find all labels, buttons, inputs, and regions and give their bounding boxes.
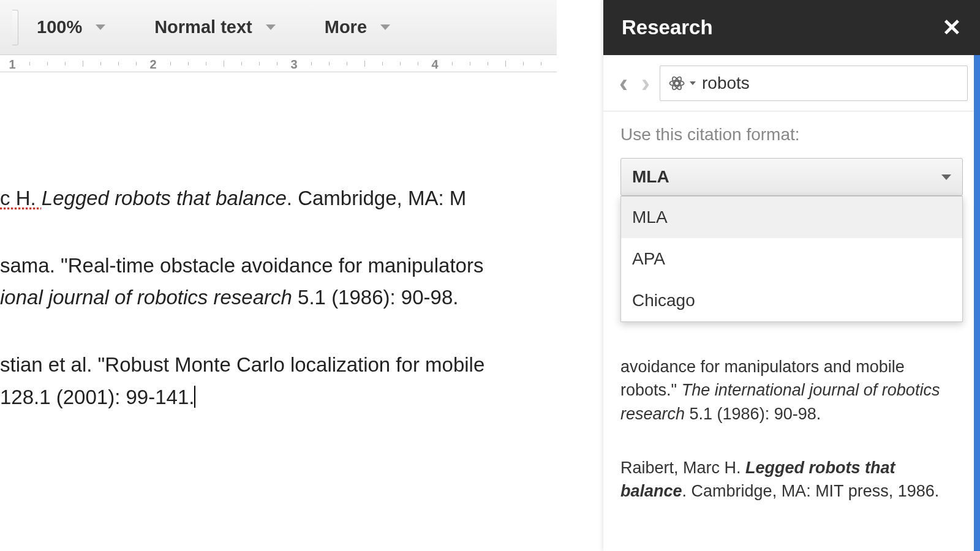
research-result[interactable]: Raibert, Marc H. Legged robots that bala… xyxy=(620,456,963,503)
result-suffix: . Cambridge, MA: MIT press, 1986. xyxy=(682,482,940,500)
scrollbar[interactable] xyxy=(974,55,980,551)
more-dropdown[interactable]: More xyxy=(325,17,390,37)
ruler-num: 3 xyxy=(290,58,297,72)
ruler-num: 2 xyxy=(149,58,156,72)
result-author: Raibert, Marc H. xyxy=(620,459,745,477)
caret-down-icon xyxy=(941,174,951,180)
caret-down-icon xyxy=(690,81,696,85)
citation-format-dropdown[interactable]: MLA MLA APA Chicago xyxy=(620,158,963,196)
research-title: Research xyxy=(622,16,713,39)
text-rest: 5.1 (1986): 90-98. xyxy=(292,286,459,309)
ruler-num: 1 xyxy=(9,58,15,72)
svg-point-0 xyxy=(675,81,679,85)
close-icon[interactable]: ✕ xyxy=(942,14,962,41)
ruler[interactable]: 1 2 3 4 xyxy=(0,55,557,72)
dropdown-option-mla[interactable]: MLA xyxy=(621,197,962,238)
text-title: Legged robots that balance xyxy=(42,187,287,209)
selected-format: MLA xyxy=(632,167,669,187)
zoom-dropdown[interactable]: 100% xyxy=(37,17,105,37)
dropdown-list: MLA APA Chicago xyxy=(620,196,963,322)
research-panel: Research ✕ ‹ › Use this citation forma xyxy=(603,0,980,551)
more-label: More xyxy=(325,17,367,37)
research-search-row: ‹ › xyxy=(603,55,980,111)
nav-back-icon[interactable]: ‹ xyxy=(616,69,631,98)
text-cursor xyxy=(194,386,195,408)
citation-section: Use this citation format: MLA MLA APA Ch… xyxy=(603,111,980,196)
research-header: Research ✕ xyxy=(603,0,980,55)
paragraph-style-dropdown[interactable]: Normal text xyxy=(154,17,276,37)
zoom-value: 100% xyxy=(37,17,82,37)
document-body[interactable]: c H. Legged robots that balance. Cambrid… xyxy=(0,72,557,551)
doc-paragraph: stian et al. "Robust Monte Carlo localiz… xyxy=(0,349,557,413)
caret-down-icon xyxy=(266,24,276,30)
text-rest: . Cambridge, MA: M xyxy=(287,187,466,209)
result-suffix: 5.1 (1986): 90-98. xyxy=(685,405,821,423)
caret-down-icon xyxy=(380,24,390,30)
dropdown-selected[interactable]: MLA xyxy=(620,158,963,196)
research-result[interactable]: avoidance for manipulators and mobile ro… xyxy=(620,355,963,425)
dropdown-option-apa[interactable]: APA xyxy=(621,238,962,280)
research-search-input[interactable] xyxy=(702,73,960,93)
research-search-box[interactable] xyxy=(660,66,968,101)
text-author: c H. xyxy=(0,187,42,209)
dropdown-option-chicago[interactable]: Chicago xyxy=(621,280,962,321)
text-journal: ional journal of robotics research xyxy=(0,286,292,309)
text-line: sama. "Real-time obstacle avoidance for … xyxy=(0,254,483,277)
text-line: stian et al. "Robust Monte Carlo localiz… xyxy=(0,353,484,376)
scholar-icon xyxy=(668,74,686,92)
doc-paragraph: sama. "Real-time obstacle avoidance for … xyxy=(0,250,557,313)
caret-down-icon xyxy=(96,24,105,30)
style-value: Normal text xyxy=(154,17,252,37)
text-line: 128.1 (2001): 99-141. xyxy=(0,386,194,408)
doc-paragraph: c H. Legged robots that balance. Cambrid… xyxy=(0,182,557,214)
toolbar: 100% Normal text More xyxy=(0,0,557,55)
search-scope-dropdown[interactable] xyxy=(668,74,696,92)
nav-forward-icon[interactable]: › xyxy=(638,69,654,98)
toolbar-edge-button[interactable] xyxy=(12,10,18,45)
ruler-num: 4 xyxy=(431,58,438,72)
citation-format-label: Use this citation format: xyxy=(620,125,963,144)
ruler-marks: 1 2 3 4 xyxy=(0,55,557,72)
